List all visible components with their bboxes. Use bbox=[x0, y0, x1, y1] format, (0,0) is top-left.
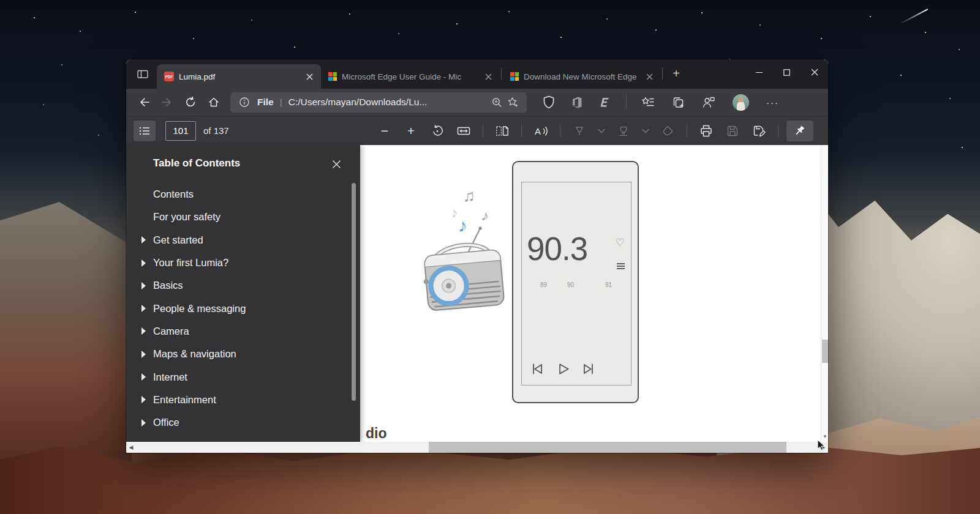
profile-avatar[interactable] bbox=[733, 94, 749, 111]
horizontal-scrollbar[interactable]: ◀ ▶ bbox=[126, 442, 828, 453]
expand-caret-icon bbox=[141, 282, 146, 289]
vertical-scrollbar-thumb[interactable] bbox=[822, 340, 828, 363]
scheme-label: File bbox=[257, 97, 274, 108]
back-button[interactable] bbox=[132, 92, 156, 113]
page-number-input[interactable] bbox=[165, 121, 196, 141]
highlighter-icon bbox=[617, 124, 630, 138]
add-favorite-star-icon[interactable] bbox=[505, 94, 521, 110]
toc-item[interactable]: Basics bbox=[126, 274, 360, 297]
minimize-button[interactable] bbox=[745, 59, 773, 85]
print-icon bbox=[699, 124, 714, 138]
phone-screen: 90.3 ♡ 89 90 91 bbox=[521, 182, 631, 386]
print-button[interactable] bbox=[695, 121, 717, 141]
horizontal-scrollbar-thumb[interactable] bbox=[429, 442, 786, 453]
music-note-icon: ♪ bbox=[458, 215, 467, 236]
stations-list-icon bbox=[617, 263, 625, 270]
extensions-group bbox=[543, 95, 611, 109]
refresh-button[interactable] bbox=[179, 92, 202, 113]
toc-item-label: For your safety bbox=[153, 211, 221, 223]
read-aloud-icon: A bbox=[533, 124, 549, 138]
forward-button bbox=[156, 92, 179, 113]
address-bar[interactable]: File | C:/Users/mayan/Downloads/Lu... bbox=[230, 92, 527, 113]
draw-options-chevron bbox=[595, 121, 608, 141]
radio-frequency: 90.3 bbox=[527, 230, 587, 267]
frequency-tick: 89 bbox=[540, 281, 547, 288]
tab-download-edge[interactable]: Download New Microsoft Edge B bbox=[503, 64, 661, 89]
frequency-tick: 91 bbox=[605, 281, 612, 288]
toc-item-label: Maps & navigation bbox=[153, 348, 236, 360]
shield-extension-icon[interactable] bbox=[543, 95, 555, 109]
phone-mockup: 90.3 ♡ 89 90 91 bbox=[512, 161, 639, 403]
table-of-contents-button[interactable] bbox=[134, 121, 156, 141]
section-heading-partial: dio bbox=[366, 425, 387, 442]
tab-lumia-pdf[interactable]: PDF Lumia.pdf bbox=[157, 64, 321, 89]
page-view-button[interactable] bbox=[491, 121, 513, 141]
fit-to-width-icon bbox=[456, 124, 471, 138]
music-note-icon: ♪ bbox=[480, 207, 491, 225]
zoom-out-button[interactable]: − bbox=[374, 121, 396, 141]
close-tab-icon[interactable] bbox=[304, 71, 315, 82]
page-view-icon bbox=[495, 124, 510, 138]
rotate-button[interactable] bbox=[426, 121, 448, 141]
home-button[interactable] bbox=[202, 92, 225, 113]
expand-caret-icon bbox=[141, 396, 146, 403]
toc-scrollbar-thumb[interactable] bbox=[352, 183, 356, 401]
tab-title: Lumia.pdf bbox=[179, 72, 299, 81]
toc-item-label: People & messaging bbox=[153, 303, 246, 315]
editor-extension-icon[interactable] bbox=[599, 96, 611, 108]
close-toc-button[interactable] bbox=[328, 156, 344, 172]
toc-header: Table of Contents bbox=[126, 145, 360, 183]
zoom-in-button[interactable]: + bbox=[400, 121, 422, 141]
toc-item[interactable]: Internet bbox=[126, 365, 360, 388]
toc-item[interactable]: Maps & navigation bbox=[126, 343, 360, 365]
close-tab-icon[interactable] bbox=[644, 71, 655, 82]
toc-item-label: Get started bbox=[153, 234, 203, 246]
pin-toolbar-button[interactable] bbox=[786, 121, 813, 141]
save-button bbox=[722, 121, 744, 141]
scroll-left-arrow[interactable]: ◀ bbox=[126, 442, 136, 453]
close-tab-icon[interactable] bbox=[483, 71, 494, 82]
favorites-bar-icon[interactable] bbox=[641, 96, 655, 108]
tab-edge-user-guide[interactable]: Microsoft Edge User Guide - Mic bbox=[321, 64, 500, 89]
navigation-bar: File | C:/Users/mayan/Downloads/Lu... bbox=[126, 89, 828, 116]
close-window-button[interactable] bbox=[801, 59, 828, 85]
toc-item[interactable]: Entertainment bbox=[126, 389, 360, 411]
toc-item[interactable]: Camera bbox=[126, 320, 360, 343]
window-controls bbox=[745, 59, 828, 85]
toc-item[interactable]: People & messaging bbox=[126, 297, 360, 319]
info-icon[interactable] bbox=[236, 94, 252, 110]
toc-item[interactable]: Office bbox=[126, 411, 360, 434]
draw-pen-button bbox=[568, 121, 590, 141]
highlighter-button bbox=[612, 121, 635, 141]
eraser-button bbox=[657, 121, 679, 141]
tab-actions-button[interactable] bbox=[134, 66, 152, 82]
home-icon bbox=[208, 96, 220, 108]
read-aloud-button[interactable]: A bbox=[530, 121, 552, 141]
toc-item[interactable]: Your first Lumia? bbox=[126, 251, 360, 274]
toc-item[interactable]: Contents bbox=[126, 183, 360, 206]
zoom-search-icon[interactable] bbox=[489, 94, 505, 110]
toc-title: Table of Contents bbox=[153, 157, 240, 169]
new-tab-button[interactable]: + bbox=[668, 66, 685, 82]
more-menu-icon[interactable]: ··· bbox=[766, 97, 779, 108]
maximize-button[interactable] bbox=[773, 59, 801, 85]
toc-item[interactable]: For your safety bbox=[126, 206, 360, 228]
playback-controls bbox=[529, 361, 597, 377]
toc-item[interactable]: Get started bbox=[126, 229, 360, 251]
toolbar-separator bbox=[521, 124, 522, 138]
previous-track-icon bbox=[529, 361, 545, 377]
save-as-button[interactable] bbox=[748, 121, 770, 141]
pdf-toolbar: of 137 − + bbox=[126, 116, 828, 145]
pdf-tools: − + bbox=[374, 121, 813, 141]
fit-to-width-button[interactable] bbox=[453, 121, 475, 141]
tab-title: Download New Microsoft Edge B bbox=[524, 72, 639, 81]
save-icon bbox=[725, 124, 740, 138]
profile-share-icon[interactable] bbox=[702, 96, 715, 109]
vertical-scrollbar[interactable]: ▼ bbox=[821, 145, 828, 442]
office-extension-icon[interactable] bbox=[571, 96, 583, 109]
collections-icon[interactable] bbox=[672, 96, 685, 109]
desktop-wallpaper: PDF Lumia.pdf Microsoft Edge User Guide … bbox=[0, 0, 980, 514]
mouse-cursor bbox=[817, 439, 825, 451]
frequency-tick: 90 bbox=[567, 281, 574, 288]
toc-item-label: Basics bbox=[153, 280, 183, 291]
